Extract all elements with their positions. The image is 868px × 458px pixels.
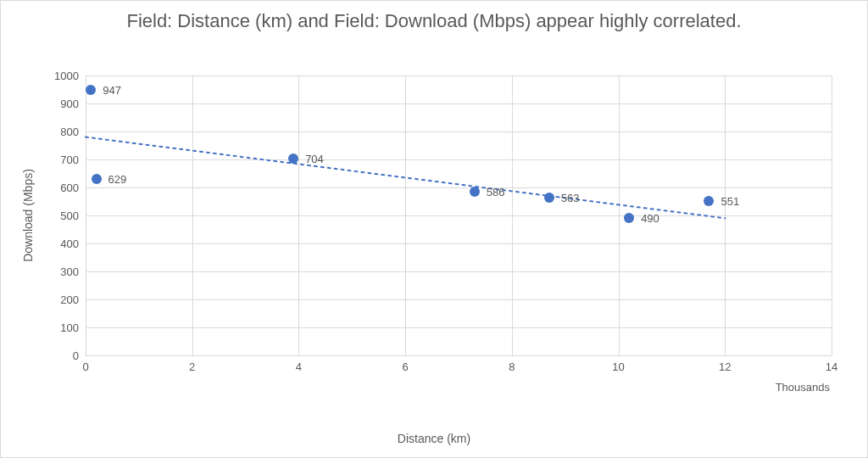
- y-tick-label: 1000: [54, 70, 86, 82]
- x-tick-label: 6: [403, 355, 409, 373]
- y-tick-label: 500: [60, 209, 86, 222]
- y-tick-label: 400: [60, 237, 86, 250]
- plot-area: 0100200300400500600700800900100002468101…: [86, 75, 832, 355]
- data-point-label: 629: [108, 173, 127, 186]
- data-point: [288, 154, 298, 164]
- data-point: [92, 174, 102, 184]
- y-tick-label: 100: [60, 321, 86, 334]
- x-axis-label: Distance (km): [398, 432, 470, 445]
- data-point-label: 563: [561, 192, 580, 204]
- data-point-label: 947: [103, 84, 121, 97]
- x-tick-label: 8: [509, 355, 515, 373]
- chart-container: Field: Distance (km) and Field: Download…: [0, 0, 868, 458]
- y-axis-label: Download (Mbps): [21, 169, 35, 262]
- data-point-label: 490: [641, 212, 659, 225]
- y-tick-label: 900: [60, 98, 86, 110]
- x-tick-label: 0: [82, 355, 88, 373]
- x-tick-label: 2: [189, 355, 195, 373]
- x-tick-label: 10: [612, 355, 624, 373]
- data-point: [470, 187, 480, 197]
- svg-line-0: [86, 137, 725, 219]
- y-tick-label: 300: [60, 265, 86, 278]
- chart-title: Field: Distance (km) and Field: Download…: [1, 1, 867, 37]
- y-tick-label: 600: [60, 182, 86, 194]
- data-point-label: 586: [487, 185, 505, 198]
- x-tick-label: 14: [826, 355, 837, 373]
- y-tick-label: 800: [60, 126, 86, 138]
- data-point-label: 551: [721, 195, 739, 208]
- x-tick-label: 4: [296, 355, 302, 373]
- trendline: [86, 75, 832, 355]
- y-tick-label: 700: [60, 154, 86, 166]
- x-axis-unit: Thousands: [776, 381, 830, 394]
- x-tick-label: 12: [719, 355, 731, 373]
- gridline-v: [832, 75, 832, 355]
- data-point: [544, 193, 554, 203]
- data-point: [86, 85, 96, 95]
- y-tick-label: 200: [60, 293, 86, 306]
- data-point: [704, 196, 714, 206]
- data-point: [624, 213, 634, 223]
- data-point-label: 704: [305, 152, 324, 165]
